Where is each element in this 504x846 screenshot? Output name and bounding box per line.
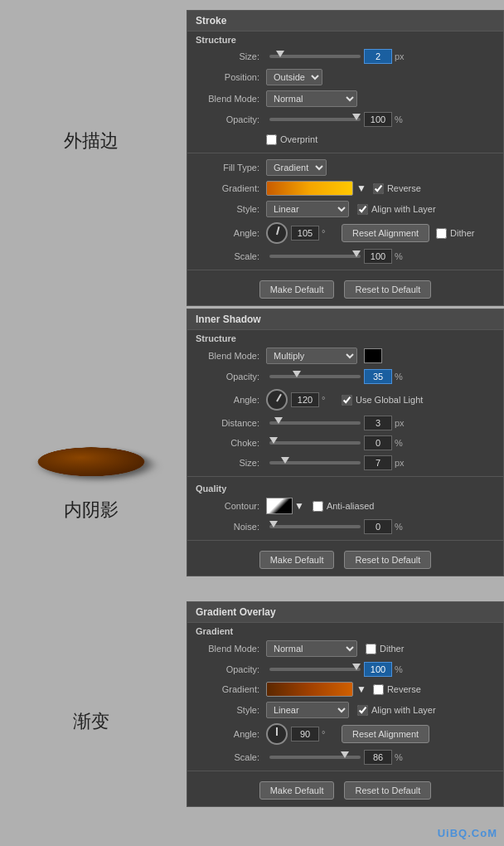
global-light-label[interactable]: Use Global Light	[342, 395, 423, 406]
go-dither-label[interactable]: Dither	[366, 644, 404, 654]
fill-type-row: Fill Type: GradientColorPattern	[187, 157, 503, 178]
gradient-overlay-title: Gradient Overlay	[187, 602, 503, 623]
overprint-checkbox-label[interactable]: Overprint	[266, 134, 317, 145]
go-blend-label: Blend Mode:	[196, 644, 266, 654]
contour-preview[interactable]	[266, 498, 293, 514]
style-select[interactable]: LinearRadial	[266, 201, 349, 217]
angle-dial[interactable]	[266, 222, 288, 244]
inner-shadow-structure: Structure	[187, 330, 503, 345]
gradient-label: Gradient:	[196, 183, 266, 193]
stroke-position-row: Position: OutsideInsideCenter	[187, 66, 503, 88]
fill-type-select[interactable]: GradientColorPattern	[266, 159, 327, 176]
stroke-opacity-row: Opacity: %	[187, 109, 503, 129]
distance-slider[interactable]	[269, 421, 361, 425]
is-make-default-btn[interactable]: Make Default	[259, 551, 335, 569]
scale-label: Scale:	[196, 251, 266, 261]
overprint-checkbox[interactable]	[266, 134, 277, 145]
go-reset-default-btn[interactable]: Reset to Default	[344, 781, 431, 800]
angle-unit: °	[322, 228, 337, 238]
global-light-checkbox[interactable]	[342, 395, 352, 406]
opacity-slider[interactable]	[269, 118, 361, 121]
is-reset-default-btn[interactable]: Reset to Default	[344, 551, 431, 569]
choke-input[interactable]	[364, 435, 392, 450]
style-row: Style: LinearRadial Align with Layer	[187, 198, 503, 220]
go-style-row: Style: LinearRadial Align with Layer	[187, 699, 503, 721]
go-blend-row: Blend Mode: NormalMultiply Dither	[187, 638, 503, 659]
scale-thumb	[352, 250, 361, 257]
is-angle-input[interactable]	[291, 392, 319, 407]
reverse-checkbox[interactable]	[373, 183, 384, 194]
is-opacity-input[interactable]	[364, 369, 392, 384]
is-angle-dial[interactable]	[266, 389, 288, 411]
is-size-unit: px	[395, 458, 410, 468]
stroke-chinese-label: 外描边	[0, 129, 182, 153]
position-select[interactable]: OutsideInsideCenter	[266, 69, 322, 85]
go-reverse-checkbox[interactable]	[373, 684, 384, 695]
opacity-input[interactable]	[364, 112, 392, 127]
go-align-label[interactable]: Align with Layer	[357, 705, 436, 716]
anti-alias-checkbox[interactable]	[313, 501, 323, 512]
is-size-input[interactable]	[364, 455, 392, 470]
go-style-select[interactable]: LinearRadial	[266, 702, 349, 718]
go-align-checkbox[interactable]	[357, 705, 368, 716]
choke-row: Choke: %	[187, 433, 503, 453]
anti-alias-label[interactable]: Anti-aliased	[313, 501, 374, 512]
go-reverse-label[interactable]: Reverse	[373, 684, 421, 695]
size-unit: px	[395, 51, 410, 61]
go-opacity-input[interactable]	[364, 662, 392, 677]
stroke-title: Stroke	[187, 11, 503, 32]
go-opacity-slider[interactable]	[269, 668, 361, 671]
align-layer-checkbox[interactable]	[357, 204, 368, 215]
angle-input[interactable]	[291, 226, 319, 241]
go-scale-input[interactable]	[364, 750, 392, 765]
scale-slider[interactable]	[269, 255, 361, 258]
stroke-size-row: Size: px	[187, 46, 503, 66]
dither-checkbox[interactable]	[436, 228, 447, 239]
watermark: UiBQ.CoM	[438, 827, 497, 839]
align-layer-label[interactable]: Align with Layer	[357, 204, 436, 215]
is-size-label: Size:	[196, 458, 266, 468]
reset-default-btn[interactable]: Reset to Default	[344, 280, 431, 299]
shadow-shape-preview	[32, 447, 150, 476]
choke-slider[interactable]	[269, 441, 361, 445]
slider-thumb	[276, 51, 284, 57]
go-scale-slider[interactable]	[269, 756, 361, 759]
choke-label: Choke:	[196, 438, 266, 448]
shadow-color-swatch[interactable]	[364, 348, 382, 363]
reset-alignment-btn[interactable]: Reset Alignment	[342, 224, 429, 242]
noise-slider[interactable]	[269, 525, 361, 528]
stroke-size-slider[interactable]	[269, 55, 361, 58]
noise-input[interactable]	[364, 519, 392, 534]
go-scale-row: Scale: %	[187, 747, 503, 767]
contour-label: Contour:	[196, 501, 266, 511]
dither-label[interactable]: Dither	[436, 228, 474, 239]
go-buttons: Make Default Reset to Default	[187, 775, 503, 806]
go-dither-checkbox[interactable]	[366, 644, 376, 654]
go-make-default-btn[interactable]: Make Default	[259, 781, 335, 800]
distance-thumb	[274, 417, 283, 424]
is-blend-select[interactable]: MultiplyNormalScreen	[266, 348, 357, 364]
stroke-chinese-text: 外描边	[64, 130, 119, 151]
gradient-section-label: Gradient	[187, 623, 503, 638]
is-blend-row: Blend Mode: MultiplyNormalScreen	[187, 345, 503, 367]
stroke-size-input[interactable]	[364, 49, 392, 64]
is-size-slider[interactable]	[269, 461, 361, 464]
scale-input[interactable]	[364, 249, 392, 264]
go-angle-dial[interactable]	[266, 723, 288, 745]
is-size-row: Size: px	[187, 453, 503, 473]
go-reverse-text: Reverse	[387, 684, 421, 694]
distance-input[interactable]	[364, 416, 392, 430]
go-gradient-label: Gradient:	[196, 684, 266, 694]
go-reset-alignment-btn[interactable]: Reset Alignment	[342, 725, 429, 743]
is-opacity-slider[interactable]	[269, 375, 361, 378]
gradient-picker[interactable]	[266, 181, 353, 196]
blend-mode-select[interactable]: NormalMultiplyScreen	[266, 90, 357, 107]
go-blend-select[interactable]: NormalMultiply	[266, 640, 357, 657]
overprint-row: Overprint	[187, 129, 503, 149]
make-default-btn[interactable]: Make Default	[259, 280, 335, 299]
go-gradient-picker[interactable]	[266, 682, 353, 697]
reverse-checkbox-label[interactable]: Reverse	[373, 183, 421, 194]
go-angle-input[interactable]	[291, 727, 319, 741]
is-opacity-unit: %	[395, 372, 410, 382]
opacity-label: Opacity:	[196, 114, 266, 124]
